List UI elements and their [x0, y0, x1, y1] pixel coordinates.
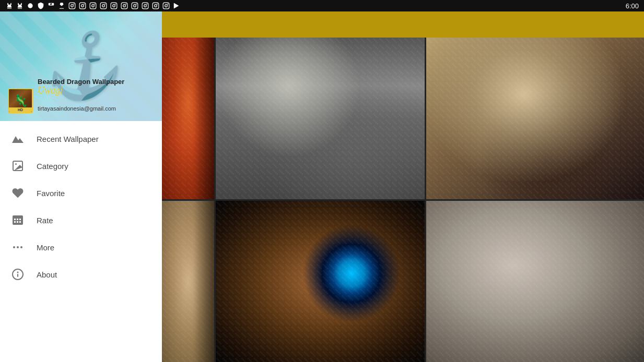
svg-point-11: [102, 5, 105, 7]
menu-label-about: About: [37, 270, 57, 279]
svg-point-29: [165, 5, 168, 7]
wallpaper-grid: [162, 38, 644, 362]
play-store-icon: [172, 2, 181, 10]
sidebar-item-favorite[interactable]: Favorite: [0, 179, 162, 207]
svg-rect-16: [121, 3, 127, 9]
svg-rect-10: [100, 3, 107, 9]
instagram-icon-8: [141, 2, 149, 10]
header-email: tirtayasaindonesia@gmail.com: [38, 105, 116, 112]
svg-point-35: [20, 246, 22, 248]
menu-list: Recent Wallpaper Category Favorite Rate: [0, 121, 162, 362]
svg-point-17: [123, 5, 126, 7]
svg-rect-28: [163, 3, 169, 9]
profile-thumbnail: 🦎 HD: [8, 88, 33, 113]
menu-label-category: Category: [37, 162, 68, 171]
svg-point-32: [15, 163, 17, 165]
svg-point-24: [146, 4, 147, 5]
status-icon-4: [37, 2, 45, 10]
scale-texture-5: [216, 201, 425, 363]
menu-label-rate: Rate: [37, 216, 53, 225]
lizard-silhouette: 🦎: [14, 94, 28, 107]
mountain-icon: [10, 131, 25, 146]
instagram-icon-3: [89, 2, 97, 10]
sidebar-item-more[interactable]: More: [0, 234, 162, 261]
svg-point-23: [144, 5, 147, 7]
svg-point-5: [81, 5, 84, 7]
wallpaper-cell-center-bottom[interactable]: [216, 201, 425, 363]
status-icons: [5, 2, 181, 10]
header-app-name: Bearded Dragon Wallpaper: [38, 78, 124, 86]
instagram-icon-10: [162, 2, 170, 10]
svg-point-12: [104, 4, 106, 5]
svg-point-21: [136, 4, 137, 5]
svg-point-6: [84, 4, 85, 5]
svg-point-27: [157, 4, 158, 5]
sidebar-item-recent-wallpaper[interactable]: Recent Wallpaper: [0, 125, 162, 152]
wallpaper-cell-center-top[interactable]: [216, 38, 425, 199]
menu-label-favorite: Favorite: [37, 189, 65, 198]
svg-rect-7: [90, 3, 96, 9]
scale-texture-2: [216, 38, 425, 199]
svg-rect-22: [142, 3, 148, 9]
sidebar-item-rate[interactable]: Rate: [0, 207, 162, 234]
header-text: Bearded Dragon Wallpaper Uwagi: [38, 78, 124, 95]
instagram-icon-4: [99, 2, 108, 10]
status-icon-5: [47, 2, 55, 10]
svg-point-3: [73, 4, 74, 5]
wallpaper-cell-right-bottom[interactable]: [426, 201, 644, 363]
profile-thumb-label: HD: [9, 107, 32, 112]
svg-rect-4: [79, 3, 86, 9]
sidebar-item-category[interactable]: Category: [0, 152, 162, 179]
wallpaper-cell-left-bottom[interactable]: [162, 201, 214, 363]
svg-point-15: [115, 4, 116, 5]
instagram-icon-9: [151, 2, 160, 10]
svg-point-30: [167, 4, 168, 5]
status-icon-6: [57, 2, 66, 10]
svg-point-9: [94, 4, 95, 5]
instagram-icon-1: [68, 2, 76, 10]
image-icon: [10, 159, 25, 173]
svg-point-2: [71, 5, 74, 7]
menu-label-more: More: [37, 243, 54, 252]
sidebar-item-about[interactable]: About: [0, 261, 162, 288]
svg-point-34: [17, 246, 19, 248]
wallpaper-cell-left-top[interactable]: [162, 38, 214, 199]
main-layout: ⚓ 🦎 HD Bearded Dragon Wallpaper Uwagi ti…: [0, 11, 644, 362]
heart-icon: [10, 186, 25, 200]
svg-point-20: [134, 5, 136, 7]
svg-point-26: [155, 5, 157, 7]
instagram-icon-6: [120, 2, 128, 10]
svg-rect-25: [153, 3, 159, 9]
svg-rect-19: [132, 3, 138, 9]
content-header: [162, 11, 644, 38]
scale-texture-1: [162, 38, 214, 199]
svg-point-14: [113, 5, 115, 7]
info-icon: [10, 267, 25, 282]
svg-point-18: [125, 4, 126, 5]
rate-icon: [10, 213, 25, 227]
menu-label-recent: Recent Wallpaper: [37, 135, 99, 143]
scale-texture-3: [426, 38, 644, 199]
wallpaper-cell-right-top[interactable]: [426, 38, 644, 199]
status-icon-3: [26, 2, 34, 10]
header-app-script: Uwagi: [38, 86, 124, 95]
instagram-icon-7: [131, 2, 139, 10]
instagram-icon-2: [78, 2, 87, 10]
sidebar-header: ⚓ 🦎 HD Bearded Dragon Wallpaper Uwagi ti…: [0, 11, 162, 121]
svg-rect-1: [69, 3, 75, 9]
content-area: [162, 11, 644, 362]
svg-rect-13: [111, 3, 117, 9]
status-time: 6:00: [626, 2, 639, 10]
svg-point-33: [13, 246, 15, 248]
svg-point-8: [92, 5, 95, 7]
status-icon-2: [16, 2, 24, 10]
more-icon: [10, 240, 25, 255]
scale-texture-4: [162, 201, 214, 363]
scale-texture-6: [426, 201, 644, 363]
instagram-icon-5: [110, 2, 118, 10]
sidebar: ⚓ 🦎 HD Bearded Dragon Wallpaper Uwagi ti…: [0, 11, 162, 362]
status-bar: 6:00: [0, 0, 644, 11]
status-icon-1: [5, 2, 14, 10]
svg-point-0: [28, 3, 32, 8]
